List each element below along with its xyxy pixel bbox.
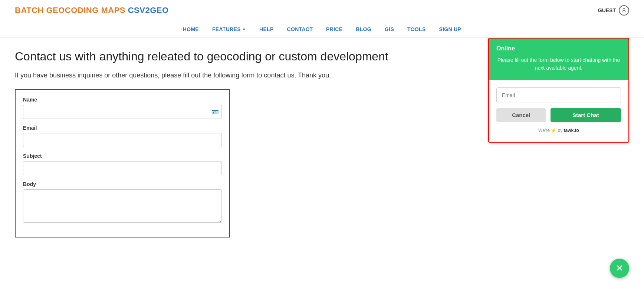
nav-item-home[interactable]: HOME xyxy=(183,26,199,32)
email-field: Email xyxy=(23,125,222,147)
chat-body: Cancel Start Chat We're ⚡ by tawk.to xyxy=(489,80,628,142)
user-icon xyxy=(619,5,629,16)
chat-header: Online Please fill out the form below to… xyxy=(489,39,628,80)
logo[interactable]: BATCH GEOCODING MAPS CSV2GEO xyxy=(15,6,169,15)
nav-item-contact[interactable]: CONTACT xyxy=(287,26,313,32)
dropdown-arrow-icon: ▼ xyxy=(242,27,246,31)
email-input[interactable] xyxy=(23,133,222,147)
nav-item-blog[interactable]: BLOG xyxy=(356,26,371,32)
header: BATCH GEOCODING MAPS CSV2GEO GUEST xyxy=(0,0,644,21)
logo-batch: BATCH GEOCODING MAPS xyxy=(15,6,125,15)
name-field: Name 🪪 xyxy=(23,97,222,119)
subject-label: Subject xyxy=(23,153,222,159)
logo-csv: CSV2GEO xyxy=(128,6,169,15)
tawkto-link[interactable]: tawk.to xyxy=(564,128,579,133)
cancel-button[interactable]: Cancel xyxy=(496,108,546,122)
nav-item-price[interactable]: PRICE xyxy=(326,26,342,32)
body-textarea[interactable] xyxy=(23,189,222,223)
chat-email-input[interactable] xyxy=(496,87,621,103)
guest-area[interactable]: GUEST xyxy=(598,5,629,16)
chat-widget: Online Please fill out the form below to… xyxy=(488,38,629,143)
chat-actions: Cancel Start Chat xyxy=(496,108,621,122)
svg-point-0 xyxy=(623,9,625,10)
subject-field: Subject xyxy=(23,153,222,175)
nav-item-features[interactable]: FEATURES ▼ xyxy=(212,26,246,32)
footer-prefix: by xyxy=(558,128,564,133)
subject-input[interactable] xyxy=(23,161,222,175)
footer-text: We're xyxy=(538,128,550,133)
main-content: Contact us with anything releated to geo… xyxy=(0,38,644,249)
nav-item-signup[interactable]: SIGN UP xyxy=(439,26,461,32)
body-label: Body xyxy=(23,181,222,187)
name-field-icon: 🪪 xyxy=(211,108,219,115)
nav-item-tools[interactable]: TOOLS xyxy=(407,26,426,32)
name-input[interactable] xyxy=(23,105,222,119)
guest-label: GUEST xyxy=(598,7,616,13)
body-field: Body xyxy=(23,181,222,224)
chat-status: Online xyxy=(496,45,621,52)
main-nav: HOME FEATURES ▼ HELP CONTACT PRICE BLOG … xyxy=(0,21,644,38)
email-label: Email xyxy=(23,125,222,131)
contact-form: Name 🪪 Email Subject Body xyxy=(15,89,230,237)
nav-item-help[interactable]: HELP xyxy=(259,26,274,32)
lightning-icon: ⚡ xyxy=(551,128,558,133)
chat-footer: We're ⚡ by tawk.to xyxy=(496,128,621,134)
chat-description: Please fill out the form below to start … xyxy=(496,56,621,72)
nav-item-gis[interactable]: GIS xyxy=(385,26,394,32)
start-chat-button[interactable]: Start Chat xyxy=(551,108,621,122)
name-label: Name xyxy=(23,97,222,103)
